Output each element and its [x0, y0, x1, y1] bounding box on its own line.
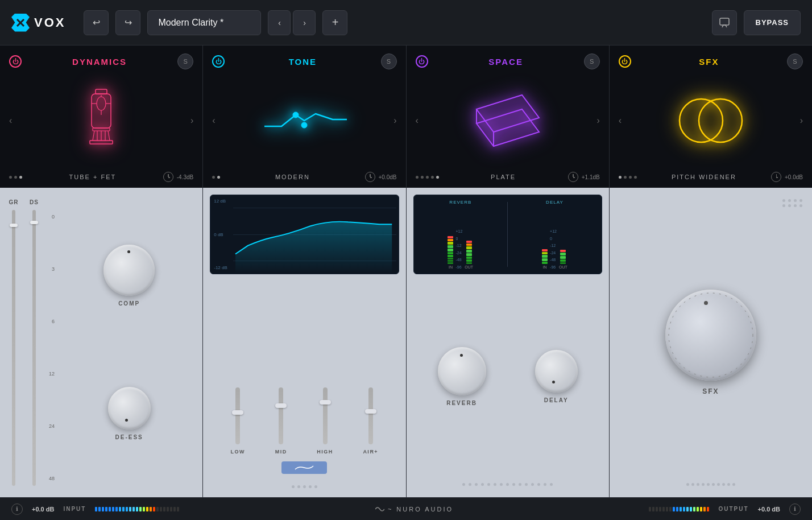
space-history-icon — [568, 172, 578, 182]
dynamics-preview: ⏻ DYNAMICS S ‹ — [0, 46, 202, 188]
gr-scale: 0 3 6 12 24 48 — [47, 199, 57, 486]
dynamics-icon-area: ‹ — [0, 69, 202, 172]
space-preview: ⏻ SPACE S ‹ › — [407, 46, 609, 188]
dynamics-next-button[interactable]: › — [185, 110, 199, 131]
mid-fader[interactable] — [279, 387, 283, 444]
chat-button[interactable] — [712, 10, 737, 35]
space-next-button[interactable]: › — [591, 110, 605, 131]
tone-settings-button[interactable]: S — [381, 53, 397, 69]
high-fader[interactable] — [323, 387, 328, 444]
space-power-button[interactable]: ⏻ — [416, 55, 428, 68]
reverb-knob[interactable] — [438, 347, 486, 395]
airplus-fader[interactable] — [368, 387, 373, 444]
bypass-button[interactable]: BYPASS — [744, 10, 801, 35]
gr-slider-group: GR — [6, 199, 22, 486]
tone-dot-b — [297, 485, 300, 488]
svg-rect-3 — [96, 89, 107, 94]
undo-button[interactable]: ↩ — [84, 10, 109, 35]
sfx-icon-area: ‹ › — [610, 69, 812, 172]
delay-label: DELAY — [544, 397, 569, 403]
preset-next-button[interactable]: › — [293, 10, 316, 35]
dynamics-panel: ⏻ DYNAMICS S ‹ — [0, 46, 203, 497]
reverb-meter-label: REVERB — [449, 200, 471, 205]
svg-point-18 — [293, 112, 299, 118]
output-info-icon[interactable]: ℹ — [789, 504, 801, 515]
input-info-icon[interactable]: ℹ — [11, 504, 23, 515]
sfx-header: ⏻ SFX S — [610, 46, 812, 69]
svg-rect-16 — [90, 141, 113, 144]
nuro-wave-icon — [375, 506, 384, 513]
tone-dot-e — [314, 485, 317, 488]
space-controls: REVERB — [407, 188, 609, 497]
reverb-label: REVERB — [446, 400, 477, 406]
tone-power-button[interactable]: ⏻ — [212, 55, 225, 68]
tone-prev-button[interactable]: ‹ — [206, 110, 221, 131]
tone-history-icon — [365, 172, 375, 182]
gr-slider[interactable] — [10, 210, 17, 486]
dynamics-settings-button[interactable]: S — [177, 53, 193, 69]
input-label: INPUT — [63, 506, 86, 512]
sfx-power-button[interactable]: ⏻ — [619, 55, 631, 68]
scale-48: 48 — [49, 476, 55, 481]
sfx-main-label: SFX — [702, 387, 719, 395]
preset-prev-button[interactable]: ‹ — [268, 10, 291, 35]
sfx-preset-name: PITCH WIDENER — [637, 174, 771, 180]
sfx-bottom-dots — [686, 483, 735, 486]
tone-next-button[interactable]: › — [388, 110, 402, 131]
high-label: HIGH — [317, 449, 333, 455]
dot-2 — [14, 176, 17, 179]
scale-6: 6 — [49, 319, 55, 324]
sfx-main-knob[interactable] — [665, 290, 756, 381]
dynamics-preset-name: TUBE + FET — [22, 174, 163, 180]
space-prev-button[interactable]: ‹ — [410, 110, 424, 131]
redo-icon: ↪ — [125, 17, 132, 28]
sfx-dot-3 — [629, 176, 632, 179]
sfx-dots-footer — [619, 176, 637, 179]
tone-panel: ⏻ TONE S ‹ › — [203, 46, 406, 497]
tone-preview: ⏻ TONE S ‹ › — [203, 46, 405, 188]
comp-knob[interactable] — [103, 245, 155, 296]
preset-nav: ‹ › — [268, 10, 316, 35]
sfx-prev-button[interactable]: ‹ — [613, 110, 627, 131]
tone-dot-1 — [212, 176, 215, 179]
add-preset-button[interactable]: + — [322, 10, 347, 35]
sfx-dot-2 — [624, 176, 627, 179]
comp-knob-wrapper: COMP — [103, 245, 155, 307]
delay-meter-label: DELAY — [546, 200, 564, 205]
eq-shape-button[interactable] — [281, 461, 327, 474]
input-meter-strip — [95, 507, 179, 511]
dynamics-header: ⏻ DYNAMICS S — [0, 46, 202, 69]
tube-icon — [76, 84, 127, 158]
nuro-audio-logo: ~ NURO AUDIO — [375, 506, 453, 513]
mid-fader-group: MID — [275, 387, 287, 455]
ds-slider-group: DS — [26, 199, 42, 486]
low-fader[interactable] — [235, 387, 240, 444]
dynamics-prev-button[interactable]: ‹ — [3, 110, 18, 131]
ds-slider[interactable] — [31, 210, 38, 486]
delay-knob[interactable] — [535, 350, 578, 393]
eq-display: 12 dB 0 dB -12 dB — [210, 195, 399, 274]
preset-name-display[interactable]: Modern Clarity * — [147, 10, 261, 35]
tone-header: ⏻ TONE S — [203, 46, 405, 69]
tone-db-value: +0.0dB — [379, 174, 397, 180]
sp-dot-1 — [416, 176, 419, 179]
svg-point-27 — [699, 99, 742, 142]
plate-icon — [465, 86, 550, 155]
comp-label: COMP — [118, 300, 140, 307]
main-panels: ⏻ DYNAMICS S ‹ — [0, 46, 812, 497]
space-preset-name: PLATE — [439, 174, 568, 180]
space-settings-button[interactable]: S — [584, 53, 600, 69]
redo-button[interactable]: ↪ — [115, 10, 140, 35]
dynamics-knobs: COMP DE-ESS — [61, 199, 197, 486]
de-ess-knob[interactable] — [108, 387, 151, 430]
sfx-next-button[interactable]: › — [794, 110, 809, 131]
scale-0: 0 — [49, 214, 55, 220]
dynamics-db-value: -4.3dB — [177, 174, 193, 180]
sfx-footer: PITCH WIDENER +0.0dB — [610, 172, 812, 188]
sfx-settings-button[interactable]: S — [787, 53, 803, 69]
dynamics-power-button[interactable]: ⏻ — [9, 55, 22, 68]
low-fader-group: LOW — [231, 387, 246, 455]
space-panel: ⏻ SPACE S ‹ › — [407, 46, 610, 497]
gr-label: GR — [9, 199, 19, 205]
svg-line-11 — [93, 131, 94, 141]
